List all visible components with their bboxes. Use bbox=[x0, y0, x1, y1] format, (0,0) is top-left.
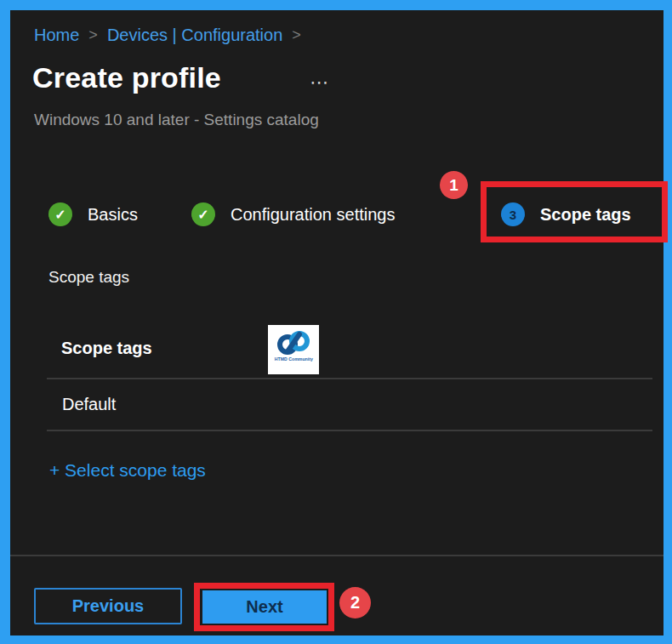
wizard-step-scope-tags[interactable]: 3 Scope tags bbox=[501, 202, 631, 226]
table-divider bbox=[47, 378, 652, 379]
next-button[interactable]: Next bbox=[202, 590, 327, 624]
check-icon: ✓ bbox=[48, 202, 72, 226]
htmd-community-logo: HTMD Community bbox=[268, 325, 319, 374]
wizard-step-basics[interactable]: ✓ Basics bbox=[48, 202, 138, 226]
wizard-step-label: Scope tags bbox=[540, 205, 631, 225]
page-subtitle: Windows 10 and later - Settings catalog bbox=[34, 111, 319, 129]
table-divider bbox=[47, 430, 652, 431]
breadcrumb-devices-configuration-link[interactable]: Devices | Configuration bbox=[107, 26, 282, 45]
select-scope-tags-link[interactable]: + Select scope tags bbox=[49, 460, 206, 481]
section-label-scope-tags: Scope tags bbox=[48, 268, 129, 287]
scope-tag-row-default: Default bbox=[62, 395, 116, 414]
check-icon: ✓ bbox=[191, 202, 215, 226]
create-profile-panel: Home > Devices | Configuration > Create … bbox=[10, 10, 663, 635]
breadcrumb: Home > Devices | Configuration > bbox=[34, 26, 301, 45]
breadcrumb-home-link[interactable]: Home bbox=[34, 26, 79, 45]
page-title: Create profile bbox=[32, 61, 221, 94]
breadcrumb-separator-icon: > bbox=[292, 26, 301, 44]
step-number: 3 bbox=[510, 208, 516, 222]
wizard-step-label: Configuration settings bbox=[231, 205, 395, 225]
footer-divider bbox=[10, 555, 663, 556]
breadcrumb-separator-icon: > bbox=[88, 26, 98, 44]
check-glyph: ✓ bbox=[54, 207, 65, 223]
annotation-badge-2: 2 bbox=[339, 587, 371, 618]
htmd-logo-caption: HTMD Community bbox=[274, 356, 312, 362]
step-number-badge: 3 bbox=[501, 202, 525, 226]
htmd-logo-icon bbox=[276, 329, 311, 358]
scope-tags-column-header: Scope tags bbox=[61, 339, 152, 358]
wizard-step-label: Basics bbox=[88, 205, 138, 225]
screenshot-frame: Home > Devices | Configuration > Create … bbox=[0, 0, 672, 644]
previous-button[interactable]: Previous bbox=[34, 588, 182, 624]
annotation-badge-1: 1 bbox=[440, 171, 468, 199]
wizard-step-configuration-settings[interactable]: ✓ Configuration settings bbox=[191, 202, 395, 226]
more-options-icon[interactable]: ⋯ bbox=[310, 71, 330, 94]
check-glyph: ✓ bbox=[197, 207, 208, 223]
